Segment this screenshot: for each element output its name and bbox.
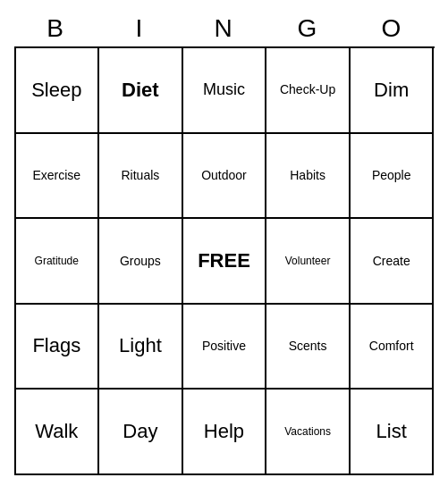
grid-cell-2-4: Create (351, 219, 435, 305)
header-letter-i: I (98, 11, 182, 46)
cell-text: Flags (32, 334, 80, 357)
cell-text: Diet (122, 79, 159, 102)
grid-cell-3-0: Flags (16, 305, 100, 390)
grid-cell-4-3: Vacations (266, 390, 351, 475)
grid-cell-4-4: List (351, 390, 435, 475)
bingo-grid: SleepDietMusicCheck-UpDimExerciseRituals… (14, 46, 435, 475)
cell-text: Create (373, 254, 410, 269)
cell-text: Volunteer (285, 255, 331, 267)
cell-text: Comfort (369, 339, 414, 354)
cell-text: Dim (374, 79, 409, 102)
grid-cell-3-4: Comfort (351, 305, 435, 390)
grid-cell-0-3: Check-Up (266, 48, 351, 134)
grid-cell-0-0: Sleep (16, 48, 100, 134)
header-letter-n: N (182, 11, 266, 46)
cell-text: Light (119, 334, 162, 357)
cell-text: Outdoor (201, 168, 247, 183)
header-letter-g: G (266, 11, 351, 46)
grid-row-2: GratitudeGroupsFREEVolunteerCreate (16, 219, 435, 305)
bingo-header: BINGO (14, 11, 435, 46)
grid-cell-4-1: Day (99, 390, 183, 475)
cell-text: Scents (289, 339, 327, 354)
grid-row-4: WalkDayHelpVacationsList (16, 390, 435, 475)
grid-cell-4-2: Help (183, 390, 267, 475)
cell-text: Walk (35, 420, 78, 443)
grid-cell-1-4: People (351, 134, 435, 220)
header-letter-o: O (351, 11, 435, 46)
grid-cell-1-2: Outdoor (183, 134, 267, 220)
cell-text: Habits (290, 168, 325, 183)
grid-cell-1-3: Habits (266, 134, 351, 220)
grid-cell-3-1: Light (99, 305, 183, 390)
cell-text: Positive (202, 339, 246, 354)
header-letter-b: B (14, 11, 98, 46)
grid-row-1: ExerciseRitualsOutdoorHabitsPeople (16, 134, 435, 220)
cell-text: Music (203, 80, 245, 100)
cell-text: Day (123, 420, 157, 443)
grid-cell-0-1: Diet (99, 48, 183, 134)
cell-text: Vacations (284, 425, 331, 438)
cell-text: Groups (120, 254, 161, 269)
cell-text: Rituals (121, 168, 159, 183)
grid-cell-1-0: Exercise (16, 134, 100, 220)
cell-text: People (372, 168, 411, 183)
grid-row-3: FlagsLightPositiveScentsComfort (16, 305, 435, 390)
cell-text: Exercise (32, 168, 80, 183)
grid-cell-1-1: Rituals (99, 134, 183, 220)
grid-cell-2-3: Volunteer (266, 219, 351, 305)
grid-cell-0-4: Dim (351, 48, 435, 134)
cell-text: FREE (198, 249, 250, 272)
cell-text: Check-Up (280, 82, 335, 97)
cell-text: Gratitude (35, 255, 79, 267)
grid-row-0: SleepDietMusicCheck-UpDim (16, 48, 435, 134)
grid-cell-0-2: Music (183, 48, 267, 134)
grid-cell-2-0: Gratitude (16, 219, 100, 305)
grid-cell-3-2: Positive (183, 305, 267, 390)
bingo-card: BINGO SleepDietMusicCheck-UpDimExerciseR… (14, 11, 435, 475)
cell-text: Sleep (31, 79, 81, 102)
cell-text: List (376, 420, 407, 443)
grid-cell-2-1: Groups (99, 219, 183, 305)
cell-text: Help (204, 420, 244, 443)
grid-cell-3-3: Scents (266, 305, 351, 390)
grid-cell-4-0: Walk (16, 390, 100, 475)
grid-cell-2-2: FREE (183, 219, 267, 305)
